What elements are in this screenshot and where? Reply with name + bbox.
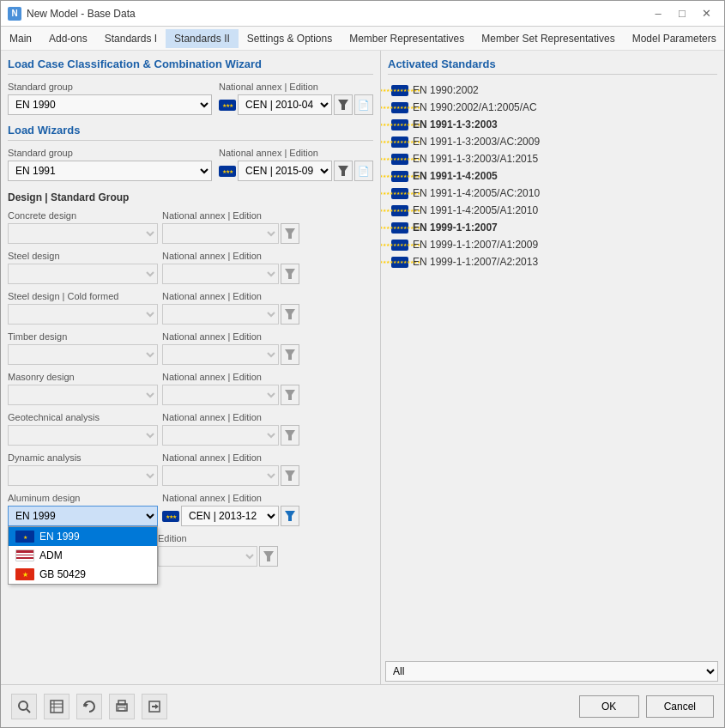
steel-nat-select[interactable] [162,264,279,284]
menu-model-params[interactable]: Model Parameters [624,29,724,48]
concrete-nat-select-wrapper [162,223,299,244]
menu-main[interactable]: Main [1,29,40,48]
geo-nat-select[interactable] [162,425,279,446]
dynamic-nat-select[interactable] [162,465,279,486]
menu-settings[interactable]: Settings & Options [239,29,341,48]
tool-btn-3[interactable] [76,694,102,719]
aluminum-nat-select-wrapper: ★★★ CEN | 2013-12 [162,506,299,526]
ok-button[interactable]: OK [579,695,639,718]
activated-standards-title: Activated Standards [388,58,717,75]
tool-btn-2[interactable] [44,694,69,719]
dropdown-option-gb50429[interactable]: ★ GB 50429 [9,565,157,584]
svg-marker-2 [285,228,295,239]
en1990-nat-select[interactable]: CEN | 2010-04 [238,94,332,115]
svg-marker-10 [263,551,274,561]
svg-marker-6 [285,390,295,400]
filter-btn-steel-cold[interactable] [281,304,299,325]
aluminum-label-wrapper: Aluminum design EN 1999 ★ EN 1999 [8,493,128,526]
std-group-label-2: Standard group [8,148,212,158]
edit-btn-1[interactable]: 📄 [354,94,373,115]
masonry-nat-select-wrapper [162,385,299,405]
filter-btn-aluminum-edition[interactable] [259,546,278,567]
activated-standards-list: ★★★★★★★★★★★★ EN 1990:2002 ★★★★★★★★★★★★ E… [388,82,717,270]
activated-item-text-8: EN 1999-1-1:2007 [413,221,498,234]
list-item: ★★★★★★★★★★★★ EN 1999-1-1:2007/A2:2013 [388,253,717,270]
filter-btn-2[interactable] [334,161,353,181]
flag-us-adm [15,549,34,561]
eu-flag-item-1: ★★★★★★★★★★★★ [391,102,408,113]
steel-cold-label: Steel design | Cold formed [8,291,128,301]
maximize-button[interactable]: □ [671,5,693,22]
main-window: N New Model - Base Data – □ ✕ Main Add-o… [0,0,725,728]
menu-addons[interactable]: Add-ons [40,29,96,48]
eu-flag-item-5: ★★★★★★★★★★★★ [391,171,408,182]
filter-icon-2 [338,166,348,176]
list-item: ★★★★★★★★★★★★ EN 1990:2002/A1:2005/AC [388,99,717,116]
steel-cold-select[interactable] [8,304,158,325]
refresh-icon [82,700,96,713]
menu-member-reps[interactable]: Member Representatives [341,29,473,48]
filter-btn-dynamic[interactable] [281,465,299,486]
en1991-nat-select[interactable]: CEN | 2015-09 [238,161,332,181]
nat-annex-wrapper: ★★★ CEN | 2010-04 📄 [219,94,373,115]
steel-cold-nat-select[interactable] [162,304,279,325]
steel-select[interactable] [8,264,158,284]
tool-btn-5[interactable] [142,694,167,719]
concrete-nat-select[interactable] [162,223,279,244]
aluminum-edition-select[interactable] [158,546,257,567]
aluminum-nat-select[interactable]: CEN | 2013-12 [181,506,279,526]
filter-btn-steel[interactable] [281,264,299,284]
std-group-label: Standard group [8,82,212,92]
edit-btn-2[interactable]: 📄 [354,161,373,181]
filter-btn-masonry[interactable] [281,385,299,405]
export-icon [148,700,161,713]
filter-select[interactable]: All [385,661,718,682]
tool-btn-4[interactable] [109,694,135,719]
en1991-select[interactable]: EN 1991 [8,161,212,181]
masonry-select[interactable] [8,385,158,405]
svg-marker-23 [155,704,159,709]
svg-rect-13 [51,701,63,713]
menu-standards2[interactable]: Standards II [166,29,239,48]
svg-marker-4 [285,309,295,319]
title-bar-left: N New Model - Base Data [8,7,136,21]
masonry-nat-select[interactable] [162,385,279,405]
dynamic-select[interactable] [8,465,158,486]
close-button[interactable]: ✕ [695,5,717,22]
filter-icon-steel-cold [285,309,295,319]
geo-select[interactable] [8,425,158,446]
timber-select[interactable] [8,344,158,365]
timber-nat-select[interactable] [162,344,279,365]
tool-btn-1[interactable] [11,694,37,719]
eu-flag-item-8: ★★★★★★★★★★★★ [391,222,408,234]
load-wizards-section-title: Load Wizards [8,124,373,141]
aluminum-select[interactable]: EN 1999 [8,506,158,526]
filter-btn-concrete[interactable] [281,223,299,244]
menu-member-set-reps[interactable]: Member Set Representatives [473,29,623,48]
minimize-button[interactable]: – [647,5,669,22]
timber-nat-wrapper: National annex | Edition [162,331,299,365]
activated-item-text-6: EN 1991-1-4:2005/AC:2010 [413,187,540,199]
en1990-select[interactable]: EN 1990 [8,94,212,115]
menu-standards1[interactable]: Standards I [96,29,166,48]
steel-cold-row: Steel design | Cold formed National anne… [8,291,373,325]
main-content: Load Case Classification & Combination W… [1,51,724,684]
load-case-section-title: Load Case Classification & Combination W… [8,58,373,75]
concrete-select[interactable] [8,223,158,244]
filter-btn-1[interactable] [334,94,353,115]
steel-label-wrapper: Steel design [8,251,128,284]
filter-btn-geo[interactable] [281,425,299,446]
cancel-button[interactable]: Cancel [646,695,714,718]
filter-icon-geo [285,430,295,440]
activated-item-text-7: EN 1991-1-4:2005/A1:2010 [413,204,538,216]
filter-btn-aluminum[interactable] [281,506,299,526]
svg-marker-9 [285,511,295,521]
dropdown-option-adm[interactable]: ADM [9,546,157,565]
svg-marker-0 [338,100,348,110]
filter-btn-timber[interactable] [281,344,299,365]
dropdown-option-en1999[interactable]: ★ EN 1999 [9,527,157,546]
app-icon: N [8,7,21,21]
nat-annex-wrapper-2: ★★★ CEN | 2015-09 📄 [219,161,373,181]
activated-item-text-2: EN 1991-1-3:2003 [413,118,498,130]
list-item: ★★★★★★★★★★★★ EN 1991-1-3:2003/A1:2015 [388,150,717,167]
